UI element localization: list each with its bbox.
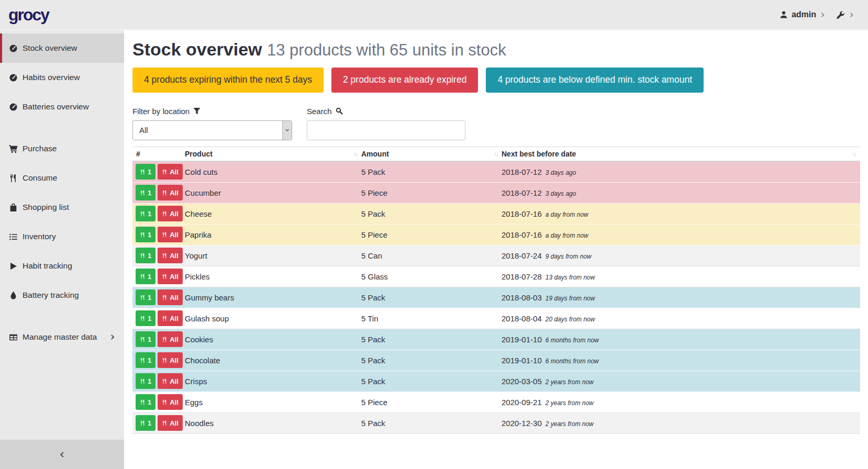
consume-all-button[interactable]: All: [158, 331, 183, 347]
consume-all-button[interactable]: All: [158, 185, 183, 200]
utensils-icon: [162, 295, 168, 300]
best-before-cell: 2018-07-28 13 days from now: [502, 272, 860, 281]
table-row: 1 All Noodles 5 Pack 2020-12-30 2 years …: [132, 413, 860, 434]
user-menu-button[interactable]: admin: [780, 10, 826, 19]
relative-time: a day from now: [546, 211, 588, 218]
app-logo[interactable]: grocy: [8, 5, 49, 25]
consume-all-button[interactable]: All: [158, 206, 183, 221]
best-before-cell: 2018-07-24 9 days from now: [502, 251, 860, 260]
relative-time: 2 years from now: [546, 399, 594, 407]
consume-one-button[interactable]: 1: [136, 185, 155, 200]
sidebar-item-habits-overview[interactable]: Habits overview: [0, 63, 124, 92]
consume-all-button[interactable]: All: [158, 415, 183, 431]
select-dropdown-button[interactable]: [282, 121, 292, 140]
tachometer-icon: [9, 103, 18, 111]
utensils-icon: [140, 316, 146, 321]
sort-icon: [353, 151, 357, 157]
relative-time: 3 days ago: [546, 190, 576, 197]
best-before-date: 2018-07-16: [502, 230, 542, 239]
consume-one-button[interactable]: 1: [136, 394, 155, 410]
row-actions: 1 All: [132, 269, 185, 284]
topbar-menu: admin: [780, 10, 854, 19]
consume-all-button[interactable]: All: [158, 289, 183, 305]
consume-one-button[interactable]: 1: [136, 310, 155, 326]
consume-one-button[interactable]: 1: [136, 206, 155, 221]
consume-one-button[interactable]: 1: [136, 415, 155, 431]
consume-one-button[interactable]: 1: [136, 331, 155, 347]
row-actions: 1 All: [132, 394, 185, 410]
consume-all-button[interactable]: All: [158, 269, 183, 284]
utensils-icon: [140, 378, 146, 384]
search-label: Search: [307, 107, 465, 116]
consume-all-button[interactable]: All: [158, 248, 183, 263]
consume-all-button[interactable]: All: [158, 310, 183, 326]
best-before-cell: 2018-08-03 19 days from now: [502, 293, 860, 302]
column-header-best-before[interactable]: Next best before date: [502, 147, 860, 161]
amount-value: 5 Pack: [361, 419, 502, 428]
sidebar-collapse-button[interactable]: [0, 440, 124, 469]
consume-one-button[interactable]: 1: [136, 269, 155, 284]
sidebar-item-inventory[interactable]: Inventory: [0, 222, 124, 251]
settings-menu-button[interactable]: [836, 10, 854, 19]
row-actions: 1 All: [132, 289, 185, 305]
consume-one-button[interactable]: 1: [136, 227, 155, 242]
sidebar-item-battery-tracking[interactable]: Battery tracking: [0, 281, 124, 310]
table-header: # Product Amount Next best before date: [132, 147, 860, 162]
sidebar: Stock overview Habits overview Batteries…: [0, 30, 124, 469]
consume-all-button[interactable]: All: [158, 227, 183, 242]
consume-one-button[interactable]: 1: [136, 248, 155, 263]
best-before-cell: 2018-07-16 a day from now: [502, 230, 860, 239]
sidebar-item-label: Consume: [23, 173, 57, 183]
table-row: 1 All Cheese 5 Pack 2018-07-16 a day fro…: [132, 204, 860, 225]
utensils-icon: [140, 190, 146, 196]
drop-icon: [9, 291, 18, 300]
user-icon: [780, 10, 788, 19]
utensils-icon: [162, 316, 168, 321]
consume-all-button[interactable]: All: [158, 373, 183, 389]
column-header-amount[interactable]: Amount: [361, 147, 502, 161]
consume-one-button[interactable]: 1: [136, 289, 155, 305]
product-name: Cold cuts: [185, 168, 361, 176]
utensils-icon: [162, 232, 168, 238]
amount-value: 5 Pack: [361, 335, 502, 344]
alert-button-warning[interactable]: 4 products expiring within the next 5 da…: [132, 68, 324, 93]
column-header-number: #: [132, 147, 185, 161]
consume-all-button[interactable]: All: [158, 164, 183, 180]
utensils-icon: [162, 337, 168, 342]
product-name: Eggs: [185, 398, 361, 407]
utensils-icon: [162, 399, 168, 405]
search-input[interactable]: [307, 120, 465, 140]
main-content: Stock overview 13 products with 65 units…: [124, 30, 868, 469]
product-name: Gulash soup: [185, 314, 361, 323]
sidebar-item-purchase[interactable]: Purchase: [0, 134, 124, 163]
page-title-text: Stock overview: [132, 39, 262, 59]
column-header-product[interactable]: Product: [185, 147, 361, 161]
sidebar-item-shopping-list[interactable]: Shopping list: [0, 193, 124, 222]
table-row: 1 All Yogurt 5 Can 2018-07-24 9 days fro…: [132, 245, 860, 266]
best-before-date: 2018-08-04: [502, 314, 542, 323]
alert-button-danger[interactable]: 2 products are already expired: [331, 68, 478, 93]
utensils-icon: [140, 399, 146, 405]
sidebar-item-consume[interactable]: Consume: [0, 163, 124, 193]
amount-value: 5 Can: [361, 251, 502, 260]
consume-one-button[interactable]: 1: [136, 164, 155, 180]
consume-all-button[interactable]: All: [158, 394, 183, 410]
chevron-left-icon: [59, 451, 65, 458]
sidebar-item-stock-overview[interactable]: Stock overview: [0, 34, 124, 63]
table-row: 1 All Cookies 5 Pack 2019-01-10 6 months…: [132, 329, 860, 350]
sidebar-item-batteries-overview[interactable]: Batteries overview: [0, 92, 124, 121]
consume-all-button[interactable]: All: [158, 352, 183, 368]
product-name: Cookies: [185, 335, 361, 344]
consume-one-button[interactable]: 1: [136, 373, 155, 389]
consume-one-button[interactable]: 1: [136, 352, 155, 368]
best-before-date: 2018-07-12: [502, 188, 542, 197]
sidebar-item-habit-tracking[interactable]: Habit tracking: [0, 251, 124, 281]
table-icon: [9, 333, 18, 342]
sidebar-nav: Stock overview Habits overview Batteries…: [0, 30, 124, 440]
row-actions: 1 All: [132, 352, 185, 368]
search-label-text: Search: [307, 107, 332, 116]
alert-button-info[interactable]: 4 products are below defined min. stock …: [486, 68, 704, 93]
best-before-cell: 2019-01-10 6 months from now: [502, 335, 860, 344]
location-select[interactable]: All: [132, 120, 292, 140]
sidebar-item-manage-master-data[interactable]: Manage master data: [0, 322, 124, 352]
